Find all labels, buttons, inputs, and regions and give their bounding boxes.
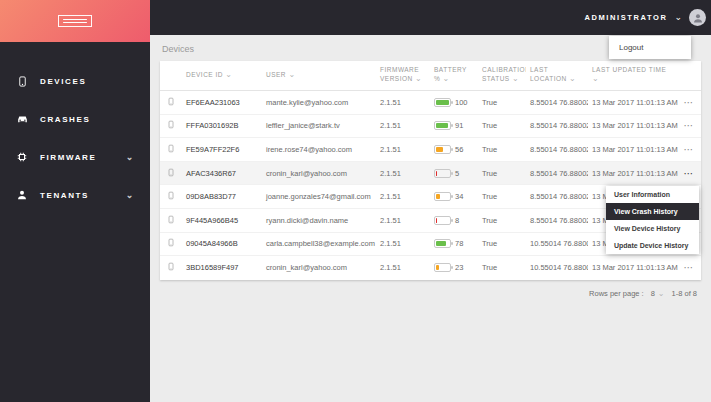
battery-value: 78 (455, 239, 463, 248)
chevron-down-icon: ⌄ (126, 153, 135, 162)
battery-icon (434, 216, 451, 225)
last-updated-time: 13 Mar 2017 11:01:13 AM (588, 121, 678, 130)
device-id: 09D8AB83D77 (182, 192, 262, 201)
last-updated-time: 13 Mar 2017 11:01:13 AM (588, 145, 678, 154)
table-row-selected[interactable]: AFAC3436R67 cronin_karl@yahoo.com 2.1.51… (160, 162, 701, 186)
device-icon (167, 143, 175, 156)
last-updated-time: 13 Mar 2017 11:01:13 AM (588, 169, 678, 178)
device-icon (167, 214, 175, 227)
row-actions-icon[interactable]: ⋯ (684, 262, 695, 273)
user-email: irene.rose74@yahoo.com (262, 145, 376, 154)
sidebar-item-devices[interactable]: DEVICES (0, 62, 150, 100)
devices-icon (15, 75, 29, 88)
table-row[interactable]: EF6EAA231063 mante.kylie@yahoo.com 2.1.5… (160, 91, 701, 115)
user-email: cronin_karl@yahoo.com (262, 263, 376, 272)
context-menu-item-user-information[interactable]: User Information (606, 186, 699, 203)
device-icon (167, 119, 175, 132)
row-actions-icon[interactable]: ⋯ (684, 120, 695, 131)
last-location: 10.55014 76.88002 (526, 263, 588, 272)
user-email: carla.campbell38@example.com (262, 239, 376, 248)
sidebar-item-tenants[interactable]: TENANTS ⌄ (0, 176, 150, 214)
device-icon (167, 190, 175, 203)
device-id: 3BD16589F497 (182, 263, 262, 272)
device-icon (167, 167, 175, 180)
user-email: cronin_karl@yahoo.com (262, 169, 376, 178)
last-location: 8.55014 76.88002 (526, 98, 588, 107)
column-header-location[interactable]: LAST LOCATION ⌄ (526, 66, 588, 86)
column-header-firmware[interactable]: FIRMWARE VERSION ⌄ (376, 66, 430, 86)
battery-value: 91 (455, 121, 463, 130)
sidebar-item-crashes[interactable]: CRASHES (0, 100, 150, 138)
last-location: 8.55014 76.88002 (526, 121, 588, 130)
crashes-icon (15, 113, 29, 126)
last-location: 8.55014 76.88002 (526, 145, 588, 154)
app-logo (0, 0, 150, 42)
firmware-version: 2.1.51 (376, 121, 430, 130)
rows-per-page-label: Rows per page : (589, 289, 644, 298)
firmware-version: 2.1.51 (376, 169, 430, 178)
firmware-icon (15, 151, 29, 163)
device-icon (167, 261, 175, 274)
tenants-icon (15, 189, 29, 201)
device-icon (167, 96, 175, 109)
battery-icon (434, 169, 451, 178)
table-row[interactable]: FE59A7FF22F6 irene.rose74@yahoo.com 2.1.… (160, 138, 701, 162)
device-id: FE59A7FF22F6 (182, 145, 262, 154)
battery-icon (434, 98, 451, 107)
calibration-status: True (478, 192, 526, 201)
firmware-version: 2.1.51 (376, 216, 430, 225)
table-row[interactable]: 3BD16589F497 cronin_karl@yahoo.com 2.1.5… (160, 256, 701, 280)
device-id: EF6EAA231063 (182, 98, 262, 107)
user-menu-button[interactable]: ADMINISTRATOR ⌄ (584, 9, 706, 26)
sort-icon: ⌄ (569, 74, 576, 83)
sidebar-item-label: TENANTS (40, 191, 89, 200)
calibration-status: True (478, 216, 526, 225)
column-header-calibration[interactable]: CALIBRATION STATUS ⌄ (478, 66, 526, 86)
battery-value: 100 (455, 98, 468, 107)
device-icon (167, 237, 175, 250)
sort-icon: ⌄ (512, 74, 519, 83)
sort-icon: ⌄ (288, 70, 295, 79)
calibration-status: True (478, 145, 526, 154)
row-actions-icon[interactable]: ⋯ (684, 97, 695, 108)
rows-per-page-select[interactable]: 8 ⌄ (651, 289, 665, 298)
calibration-status: True (478, 121, 526, 130)
last-location: 8.55014 76.88002 (526, 192, 588, 201)
row-context-menu: User Information View Crash History View… (606, 186, 699, 254)
table-row[interactable]: FFFA0301692B leffler_janice@stark.tv 2.1… (160, 115, 701, 139)
battery-value: 23 (455, 263, 463, 272)
calibration-status: True (478, 263, 526, 272)
user-dropdown-menu: Logout (609, 36, 691, 59)
context-menu-item-view-device-history[interactable]: View Device History (606, 220, 699, 237)
device-id: FFFA0301692B (182, 121, 262, 130)
logo-mark-icon (58, 15, 92, 27)
column-header-updated[interactable]: LAST UPDATED TIME ⌄ (588, 66, 678, 86)
column-header-battery[interactable]: BATTERY % ⌄ (430, 66, 478, 86)
battery-icon (434, 239, 451, 248)
device-id: 09045A84966B (182, 239, 262, 248)
column-header-user[interactable]: USER ⌄ (262, 70, 376, 81)
column-header-device-id[interactable]: DEVICE ID ⌄ (182, 70, 262, 81)
battery-icon (434, 145, 451, 154)
sidebar-item-label: FIRMWARE (40, 153, 96, 162)
context-menu-item-view-crash-history[interactable]: View Crash History (606, 203, 699, 220)
logout-menu-item[interactable]: Logout (609, 36, 691, 59)
calibration-status: True (478, 98, 526, 107)
row-actions-icon[interactable]: ⋯ (684, 144, 695, 155)
context-menu-item-update-device-history[interactable]: Update Device History (606, 237, 699, 254)
user-email: joanne.gonzales74@gmail.com (262, 192, 376, 201)
avatar[interactable] (689, 9, 706, 26)
sidebar-item-firmware[interactable]: FIRMWARE ⌄ (0, 138, 150, 176)
sidebar-item-label: DEVICES (40, 77, 86, 86)
chevron-down-icon: ⌄ (126, 191, 135, 200)
firmware-version: 2.1.51 (376, 98, 430, 107)
battery-icon (434, 263, 451, 272)
last-updated-time: 13 Mar 2017 11:01:13 AM (588, 263, 678, 272)
battery-value: 56 (455, 145, 463, 154)
sidebar: DEVICES CRASHES FIRMWARE ⌄ TENANTS ⌄ (0, 0, 150, 402)
last-location: 10.55014 76.88002 (526, 239, 588, 248)
sort-icon: ⌄ (225, 70, 232, 79)
row-actions-icon[interactable]: ⋯ (684, 168, 695, 179)
sort-icon: ⌄ (592, 74, 599, 83)
battery-icon (434, 192, 451, 201)
